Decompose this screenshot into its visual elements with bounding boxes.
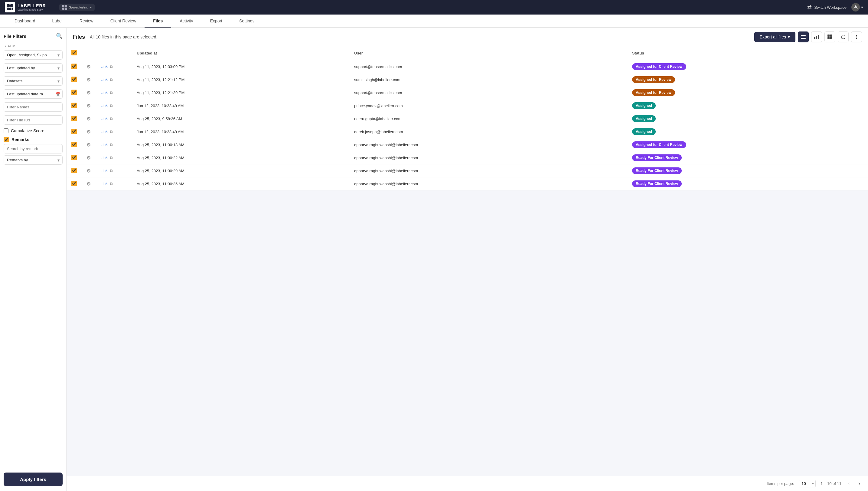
gear-icon[interactable]: ⚙ [87, 129, 91, 135]
user-menu[interactable]: ▾ [851, 3, 863, 11]
export-all-files-button[interactable]: Export all files ▾ [754, 32, 796, 42]
row-checkbox-cell[interactable] [66, 125, 82, 138]
row-checkbox-cell[interactable] [66, 112, 82, 125]
file-link[interactable]: Link [100, 64, 108, 69]
gear-icon[interactable]: ⚙ [87, 90, 91, 95]
row-status-cell: Assigned for Review [627, 73, 868, 86]
datasets-select[interactable]: Datasets [4, 76, 63, 86]
copy-icon[interactable]: ⧉ [110, 155, 113, 160]
bar-chart-view-button[interactable] [811, 31, 822, 42]
copy-icon[interactable]: ⧉ [110, 77, 113, 82]
file-link[interactable]: Link [100, 129, 108, 134]
search-icon[interactable]: 🔍 [56, 33, 63, 39]
list-view-button[interactable] [798, 31, 809, 42]
row-updated-at-cell: Aug 25, 2023, 11:30:35 AM [132, 177, 349, 191]
nav-dashboard[interactable]: Dashboard [6, 15, 44, 28]
selection-info: All 10 files in this page are selected. [90, 34, 157, 39]
row-checkbox-cell[interactable] [66, 177, 82, 191]
row-checkbox[interactable] [71, 116, 77, 121]
last-updated-by-select[interactable]: Last updated by [4, 63, 63, 73]
workspace-selector[interactable]: Spareit testing ▾ [59, 4, 95, 11]
row-checkbox[interactable] [71, 168, 77, 173]
pagination-bar: Items per page: 10 20 50 100 1 – 10 of 1… [66, 476, 868, 491]
row-checkbox-cell[interactable] [66, 164, 82, 177]
grid-view-button[interactable] [825, 31, 835, 42]
row-checkbox-cell[interactable] [66, 151, 82, 164]
gear-icon[interactable]: ⚙ [87, 77, 91, 82]
gear-icon[interactable]: ⚙ [87, 168, 91, 173]
table-row: ⚙ Link ⧉ Aug 11, 2023, 12:21:39 PM suppo… [66, 86, 868, 99]
apply-filters-button[interactable]: Apply filters [4, 472, 63, 486]
row-checkbox[interactable] [71, 181, 77, 186]
file-link[interactable]: Link [100, 181, 108, 186]
nav-review[interactable]: Review [71, 15, 102, 28]
row-checkbox[interactable] [71, 90, 77, 95]
copy-icon[interactable]: ⧉ [110, 142, 113, 147]
last-updated-by-section: Last updated by [4, 63, 63, 73]
row-link-cell: Link ⧉ [96, 151, 132, 164]
nav-activity[interactable]: Activity [171, 15, 202, 28]
refresh-button[interactable] [838, 31, 849, 42]
select-all-checkbox[interactable] [71, 50, 77, 55]
table-row: ⚙ Link ⧉ Jun 12, 2023, 10:33:49 AM derek… [66, 125, 868, 138]
row-checkbox-cell[interactable] [66, 73, 82, 86]
row-checkbox[interactable] [71, 64, 77, 69]
items-per-page-label: Items per page: [767, 481, 794, 486]
gear-icon[interactable]: ⚙ [87, 181, 91, 186]
row-checkbox-cell[interactable] [66, 86, 82, 99]
row-checkbox-cell[interactable] [66, 99, 82, 112]
gear-icon[interactable]: ⚙ [87, 155, 91, 161]
nav-client-review[interactable]: Client Review [102, 15, 145, 28]
copy-icon[interactable]: ⧉ [110, 116, 113, 121]
copy-icon[interactable]: ⧉ [110, 168, 113, 173]
row-updated-at-cell: Aug 11, 2023, 12:21:12 PM [132, 73, 349, 86]
table-row: ⚙ Link ⧉ Aug 11, 2023, 12:33:09 PM suppo… [66, 60, 868, 73]
gear-icon[interactable]: ⚙ [87, 142, 91, 147]
copy-icon[interactable]: ⧉ [110, 129, 113, 134]
file-link[interactable]: Link [100, 155, 108, 160]
row-checkbox[interactable] [71, 142, 77, 147]
prev-page-button[interactable]: ‹ [846, 480, 852, 487]
more-options-button[interactable] [851, 31, 862, 42]
row-checkbox-cell[interactable] [66, 138, 82, 151]
status-select[interactable]: Open, Assigned, Skipp... [4, 50, 63, 60]
status-badge: Ready For Client Review [632, 154, 682, 161]
file-link[interactable]: Link [100, 168, 108, 173]
file-link[interactable]: Link [100, 142, 108, 147]
date-range-input[interactable]: Last updated date ra... 📅 [4, 89, 63, 99]
gear-icon[interactable]: ⚙ [87, 103, 91, 108]
remarks-checkbox[interactable] [4, 137, 9, 142]
copy-icon[interactable]: ⧉ [110, 181, 113, 186]
file-link[interactable]: Link [100, 116, 108, 121]
nav-settings[interactable]: Settings [231, 15, 263, 28]
filter-names-input[interactable] [4, 102, 63, 112]
filter-file-ids-input[interactable] [4, 115, 63, 125]
gear-icon[interactable]: ⚙ [87, 116, 91, 121]
remarks-by-select[interactable]: Remarks by [4, 155, 63, 165]
next-page-button[interactable]: › [857, 480, 862, 487]
copy-icon[interactable]: ⧉ [110, 90, 113, 95]
per-page-select[interactable]: 10 20 50 100 [799, 480, 816, 487]
row-user-cell: apoorva.raghuwanshi@labellerr.com [349, 151, 627, 164]
nav-label[interactable]: Label [44, 15, 71, 28]
copy-icon[interactable]: ⧉ [110, 64, 113, 69]
copy-icon[interactable]: ⧉ [110, 103, 113, 108]
row-checkbox[interactable] [71, 103, 77, 108]
files-table-body: ⚙ Link ⧉ Aug 11, 2023, 12:33:09 PM suppo… [66, 60, 868, 191]
file-link[interactable]: Link [100, 77, 108, 82]
row-checkbox[interactable] [71, 77, 77, 82]
cumulative-score-checkbox[interactable] [4, 128, 8, 133]
cumulative-score-row[interactable]: Cumulative Score [4, 128, 63, 133]
file-link[interactable]: Link [100, 90, 108, 95]
row-checkbox[interactable] [71, 129, 77, 134]
row-checkbox[interactable] [71, 155, 77, 160]
svg-rect-1 [10, 4, 13, 7]
nav-files[interactable]: Files [145, 15, 171, 28]
gear-icon[interactable]: ⚙ [87, 64, 91, 69]
search-remark-input[interactable] [4, 144, 63, 153]
row-checkbox-cell[interactable] [66, 60, 82, 73]
file-link[interactable]: Link [100, 103, 108, 108]
switch-workspace-button[interactable]: ⇄ Switch Workspace [807, 4, 846, 10]
row-status-cell: Assigned [627, 112, 868, 125]
nav-export[interactable]: Export [202, 15, 231, 28]
